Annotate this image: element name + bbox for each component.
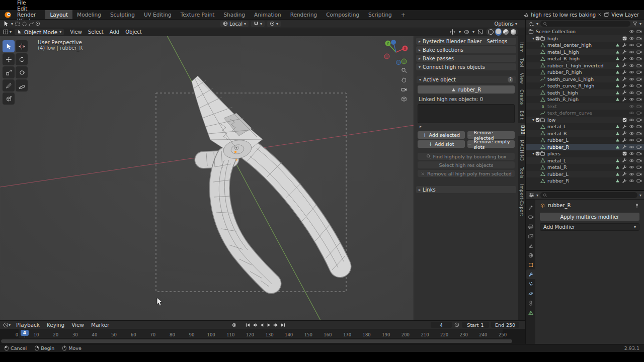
properties-tab-scene[interactable] [526, 241, 535, 250]
transform-orientation-dropdown[interactable]: Local ▾ [220, 21, 249, 27]
collection-checkbox-icon[interactable] [622, 36, 627, 41]
render-visibility-icon[interactable] [636, 63, 642, 68]
list-expand-button[interactable]: ▸ [420, 124, 516, 129]
view-layer-selector[interactable]: View Layer [604, 12, 639, 18]
scene-selector[interactable]: high res to low res baking [524, 12, 602, 18]
sidebar-tab-create[interactable]: Create [519, 87, 524, 107]
help-button[interactable]: ? [508, 77, 513, 82]
hide-eye-icon[interactable] [629, 29, 634, 34]
outliner-row-rubber-r[interactable]: rubber_R [526, 144, 644, 151]
overlays-dropdown-icon[interactable] [464, 29, 469, 35]
button-remove-selected[interactable]: −Remove selected [467, 131, 515, 139]
collection-checkbox-icon[interactable] [622, 118, 627, 122]
timeline-menu-playback[interactable]: Playback [13, 322, 43, 328]
shading-solid-button[interactable] [496, 29, 501, 34]
workspace-tab-scripting[interactable]: Scripting [364, 10, 396, 19]
workspace-tab-texture-paint[interactable]: Texture Paint [176, 10, 219, 19]
hide-eye-icon[interactable] [629, 97, 634, 102]
viewport-menu-select[interactable]: Select [85, 29, 107, 35]
gizmo-dropdown-icon[interactable] [449, 29, 456, 35]
button-remove-all-high-poly-from-selected[interactable]: Remove all high poly from selected [418, 170, 515, 177]
collection-checkbox-icon[interactable] [535, 151, 540, 156]
workspace-tab-animation[interactable]: Animation [250, 10, 286, 19]
sidebar-tab-item[interactable]: Item [519, 40, 524, 55]
pin-icon[interactable] [634, 203, 639, 208]
unlink-scene-icon[interactable] [598, 13, 602, 17]
pan-hand-icon[interactable] [401, 77, 407, 83]
add-workspace-button[interactable]: + [396, 10, 410, 19]
outliner-row-rubber-r-high[interactable]: rubber_R_high [526, 69, 644, 76]
add-modifier-dropdown[interactable]: Add Modifier ▾ [540, 223, 639, 231]
tool-cursor[interactable] [16, 40, 28, 52]
properties-tab-world[interactable] [526, 250, 535, 260]
outliner-row-high[interactable]: ▾high [526, 35, 644, 42]
hide-eye-icon[interactable] [629, 56, 634, 61]
outliner-row-teeth-curve-l-high[interactable]: teeth_curve_L_high [526, 76, 644, 83]
hide-eye-icon[interactable] [629, 110, 634, 116]
properties-editor-icon[interactable] [529, 193, 534, 198]
outliner-row-rubber-l-high-inverted[interactable]: rubber_L_high_inverted [526, 62, 644, 69]
render-visibility-icon[interactable] [636, 117, 642, 123]
properties-tab-tool[interactable] [526, 203, 535, 212]
button-select-high-res-objects[interactable]: Select high res objects [418, 161, 515, 168]
hide-eye-icon[interactable] [629, 151, 634, 156]
timeline-editor-icon[interactable] [3, 322, 9, 328]
render-visibility-icon[interactable] [636, 83, 642, 88]
outliner-row-metal-center-high[interactable]: metal_center_high [526, 42, 644, 49]
hide-eye-icon[interactable] [629, 164, 634, 170]
snapping-toggle[interactable]: ▾ [251, 21, 265, 27]
hide-eye-icon[interactable] [629, 69, 634, 75]
outliner-row-text[interactable]: atext [526, 103, 644, 110]
hide-eye-icon[interactable] [629, 131, 634, 136]
workspace-tab-compositing[interactable]: Compositing [321, 10, 364, 19]
tool-scale[interactable] [3, 66, 15, 78]
high-res-objects-list[interactable] [418, 104, 515, 123]
timeline-menu-marker[interactable]: Marker [88, 322, 113, 328]
play-reverse-button[interactable] [259, 322, 265, 328]
tool-annotate[interactable] [3, 79, 15, 92]
render-visibility-icon[interactable] [636, 76, 642, 82]
jump-end-button[interactable] [280, 322, 286, 328]
sidebar-tab-tool[interactable]: Tool [519, 56, 524, 69]
render-visibility-icon[interactable] [636, 171, 642, 177]
render-visibility-icon[interactable] [636, 97, 642, 102]
outliner-row-metal-l[interactable]: metal_L [526, 157, 644, 164]
outliner-row-teeth-r-high[interactable]: teeth_R_high [526, 96, 644, 103]
hide-eye-icon[interactable] [629, 42, 634, 48]
timeline-ruler[interactable]: 0102030405060708090100110120130140150160… [0, 329, 525, 338]
sidebar-tab-tools[interactable]: Tools [519, 165, 524, 180]
properties-tab-data[interactable] [526, 308, 535, 317]
render-visibility-icon[interactable] [636, 164, 642, 170]
panel-section-links[interactable]: ▸Links [416, 186, 516, 193]
active-object-field[interactable]: rubber_R [418, 85, 515, 94]
render-visibility-icon[interactable] [636, 151, 642, 156]
render-visibility-icon[interactable] [636, 49, 642, 55]
outliner-row-metal-r[interactable]: metal_R [526, 164, 644, 171]
panel-section-baker-settings[interactable]: ▸Bystedts Blender Baker - Settings [416, 38, 516, 45]
panel-section-connect-high-res[interactable]: ▾Connect high res objects [416, 63, 516, 70]
collection-checkbox-icon[interactable] [535, 118, 540, 122]
tool-transform[interactable] [16, 66, 28, 78]
scrollbar-handle[interactable] [1, 339, 512, 343]
expand-arrow-icon[interactable]: ▾ [532, 151, 534, 156]
proportional-editing-toggle[interactable]: ▾ [267, 21, 281, 27]
collection-checkbox-icon[interactable] [535, 36, 540, 41]
properties-tab-constraints[interactable] [526, 298, 535, 308]
hide-eye-icon[interactable] [629, 63, 634, 68]
viewport-3d[interactable]: User Perspective (4) low | rubber_R X Y … [0, 36, 525, 320]
render-visibility-icon[interactable] [636, 178, 642, 184]
workspace-tab-rendering[interactable]: Rendering [286, 10, 322, 19]
outliner-row-metal-l[interactable]: metal_L [526, 123, 644, 130]
render-visibility-icon[interactable] [636, 131, 642, 136]
outliner-row-rubber-l[interactable]: rubber_L [526, 171, 644, 178]
workspace-tab-modeling[interactable]: Modeling [72, 10, 106, 19]
workspace-tab-sculpting[interactable]: Sculpting [106, 10, 139, 19]
play-button[interactable] [266, 322, 272, 328]
button-remove-empty-slots[interactable]: −Remove empty slots [467, 140, 515, 148]
playhead[interactable]: 4 [21, 330, 29, 336]
prev-keyframe-button[interactable] [252, 322, 258, 328]
hide-eye-icon[interactable] [629, 158, 634, 163]
expand-arrow-icon[interactable]: ▾ [532, 118, 534, 122]
render-visibility-icon[interactable] [636, 104, 642, 109]
properties-tab-physics[interactable] [526, 289, 535, 298]
